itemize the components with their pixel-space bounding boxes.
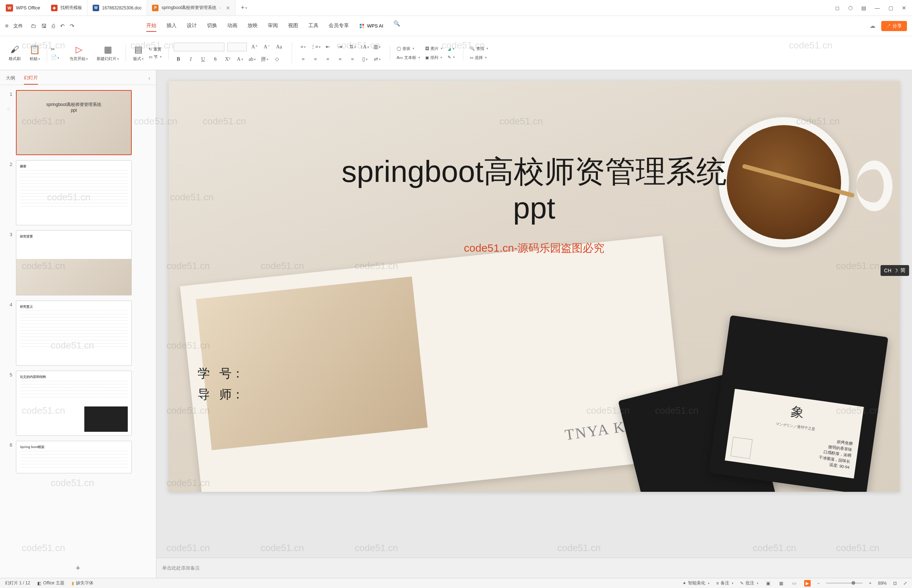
strike-icon[interactable]: S: [211, 55, 220, 64]
fit-icon[interactable]: ⊡: [893, 581, 897, 586]
font-color-icon[interactable]: A▾: [235, 55, 245, 64]
bullets-icon[interactable]: ≡▾: [298, 42, 308, 52]
valign-icon[interactable]: ▯▾: [360, 55, 369, 64]
missing-font[interactable]: ▮缺失字体: [72, 580, 93, 586]
menu-tab-review[interactable]: 审阅: [268, 20, 278, 32]
highlight-icon[interactable]: ab▾: [248, 55, 257, 64]
select-button[interactable]: ▭选择▾: [470, 55, 488, 60]
menu-tab-animation[interactable]: 动画: [227, 20, 237, 32]
menu-tab-slideshow[interactable]: 放映: [248, 20, 258, 32]
increase-font-icon[interactable]: A⁺: [250, 42, 259, 52]
superscript-icon[interactable]: X²: [223, 55, 232, 64]
align-justify-icon[interactable]: ≡: [335, 55, 345, 64]
thumbnail-1[interactable]: springboot高校师资管理系统 ppt: [16, 90, 132, 155]
textbox-button[interactable]: A▭文本框▾: [397, 55, 420, 60]
menu-tab-insert[interactable]: 插入: [167, 20, 177, 32]
thumbnail-3[interactable]: 研究背景: [16, 230, 132, 296]
text-direction-icon[interactable]: ↕A▾: [360, 42, 369, 52]
font-size-select[interactable]: [227, 43, 247, 51]
zoom-slider[interactable]: [826, 583, 862, 584]
ime-indicator[interactable]: CH ☽ 简: [881, 265, 909, 276]
thumbnail-2[interactable]: 摘要: [16, 160, 132, 225]
star-icon[interactable]: ☆: [6, 99, 11, 111]
view-reading-icon[interactable]: ▭: [791, 580, 798, 586]
close-window-icon[interactable]: ✕: [902, 5, 906, 11]
menu-tab-design[interactable]: 设计: [187, 20, 197, 32]
zoom-value[interactable]: 89%: [878, 581, 887, 586]
align-right-icon[interactable]: ≡: [323, 55, 332, 64]
view-normal-icon[interactable]: ▣: [765, 580, 771, 586]
cut-icon[interactable]: ✂: [51, 46, 59, 52]
print-icon[interactable]: ⎙: [52, 23, 55, 29]
pinyin-icon[interactable]: 拼▾: [260, 55, 269, 64]
section-button[interactable]: ▭节▾: [149, 54, 162, 60]
paste-group[interactable]: 📋 粘贴▾: [26, 44, 47, 61]
copy-icon[interactable]: 📄▾: [51, 54, 59, 60]
align-distribute-icon[interactable]: ≡: [348, 55, 357, 64]
slide-position[interactable]: 幻灯片 1 / 12: [5, 580, 30, 586]
save-icon[interactable]: 🖫: [41, 23, 47, 29]
menu-tab-view[interactable]: 视图: [288, 20, 298, 32]
slide-title[interactable]: springboot高校师资管理系统 ppt: [168, 153, 900, 226]
new-slide-group[interactable]: ▦ 新建幻灯片▾: [93, 44, 126, 61]
align-left-icon[interactable]: ≡: [298, 55, 308, 64]
zoom-in-icon[interactable]: +: [869, 581, 872, 586]
zoom-out-icon[interactable]: −: [817, 581, 820, 586]
notes-bar[interactable]: 单击此处添加备注: [156, 557, 912, 578]
tab-ppt-active[interactable]: P springboot高校师资管理系统 ▫ ✕: [147, 0, 236, 16]
bold-icon[interactable]: B: [174, 55, 183, 64]
add-slide-button[interactable]: +: [0, 558, 156, 578]
convert-icon[interactable]: ⇄▾: [373, 55, 382, 64]
columns-icon[interactable]: ▥▾: [373, 42, 382, 52]
image-button[interactable]: 🖼图片▾: [425, 46, 442, 51]
font-family-select[interactable]: [174, 43, 224, 51]
collapse-icon[interactable]: ‹: [148, 75, 150, 84]
thumbnail-4[interactable]: 研究意义: [16, 300, 132, 366]
decrease-font-icon[interactable]: A⁻: [262, 42, 271, 52]
maximize-icon[interactable]: ▢: [888, 5, 893, 11]
tab-doc[interactable]: W 1678632825306.doc: [87, 0, 147, 16]
tab-template[interactable]: ◆ 找稻壳模板: [46, 0, 87, 16]
close-icon[interactable]: ✕: [226, 5, 230, 11]
thumbnail-5[interactable]: 论文的内容和结构: [16, 371, 132, 436]
beautify-button[interactable]: ✦智能美化▾: [682, 580, 710, 586]
outline-button[interactable]: ✎▾: [448, 55, 455, 60]
view-sorter-icon[interactable]: ▦: [778, 580, 785, 586]
shape-button[interactable]: ◯形状▾: [397, 46, 420, 51]
case-icon[interactable]: Aa: [274, 42, 284, 52]
menu-tab-tools[interactable]: 工具: [308, 20, 319, 32]
slide-fields[interactable]: 学号： 导师：: [198, 363, 244, 405]
layout-group[interactable]: ▤ 版式▾: [130, 44, 147, 61]
notes-toggle[interactable]: ≡备注▾: [716, 580, 734, 586]
menu-tab-start[interactable]: 开始: [146, 20, 156, 32]
reset-button[interactable]: ↻重置: [149, 47, 162, 52]
add-tab-button[interactable]: +▾: [236, 0, 252, 16]
line-spacing-icon[interactable]: ⇅▾: [348, 42, 357, 52]
indent-right-icon[interactable]: ⇥: [335, 42, 345, 52]
thumbnail-6[interactable]: Spring boot框架: [16, 441, 132, 473]
undo-icon[interactable]: ↶: [60, 23, 65, 29]
view-slideshow-icon[interactable]: ▶: [804, 580, 811, 586]
tab-slides[interactable]: 幻灯片: [24, 74, 38, 85]
cloud-icon[interactable]: ☁: [870, 23, 875, 29]
multiwindow-icon[interactable]: ◻: [835, 5, 840, 11]
share-button[interactable]: ↗ 分享: [881, 21, 907, 31]
search-icon[interactable]: 🔍: [394, 20, 400, 32]
slide[interactable]: TNYA KOPI 象 マンデリン／曼特宁之星 烘烤焦糖 微弱的香: [168, 81, 900, 492]
avatar-icon[interactable]: ▤: [861, 5, 866, 11]
file-menu[interactable]: 文件: [13, 23, 23, 29]
comments-toggle[interactable]: ✎批注▾: [740, 580, 758, 586]
format-brush-group[interactable]: 🖌 格式刷: [5, 44, 24, 61]
menu-tab-transition[interactable]: 切换: [207, 20, 217, 32]
fill-button[interactable]: ◢▾: [448, 47, 455, 51]
from-current-group[interactable]: ▷ 当页开始▾: [66, 44, 92, 61]
underline-icon[interactable]: U: [198, 55, 208, 64]
theme-indicator[interactable]: ◧Office 主题: [37, 580, 64, 586]
arrange-button[interactable]: ▣排列▾: [425, 55, 442, 60]
align-center-icon[interactable]: ≡: [311, 55, 320, 64]
redo-icon[interactable]: ↷: [70, 23, 75, 29]
menu-tab-member[interactable]: 会员专享: [329, 20, 349, 32]
find-button[interactable]: 🔍查找▾: [470, 46, 488, 51]
italic-icon[interactable]: I: [186, 55, 196, 64]
open-icon[interactable]: 🗀: [31, 23, 36, 29]
